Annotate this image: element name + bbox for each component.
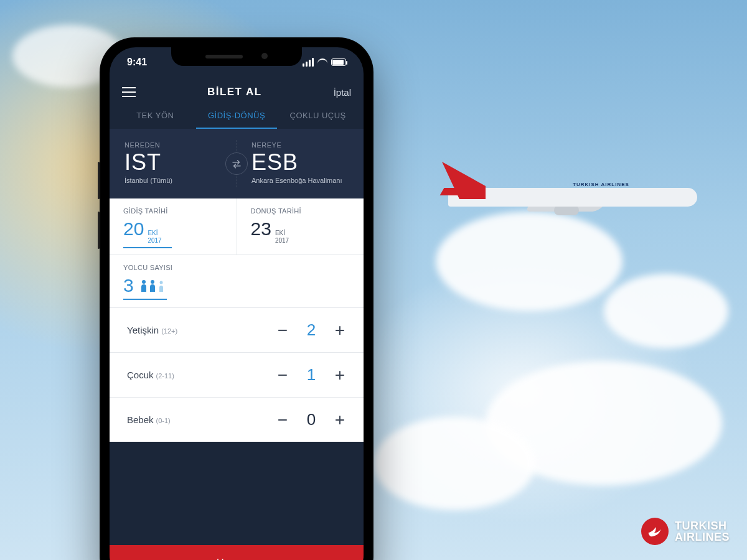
person-icon <box>149 279 156 292</box>
phone-frame: 9:41 BİLET AL İptal TEK YÖN GİDİŞ-DÖNÜŞ … <box>100 37 374 560</box>
origin-city: İstanbul (Tümü) <box>125 176 222 185</box>
pax-age-label: (2-11) <box>156 372 174 380</box>
person-icon <box>157 279 165 292</box>
increment-button[interactable]: + <box>334 366 346 384</box>
status-time: 9:41 <box>127 57 147 68</box>
svg-point-1 <box>151 280 154 284</box>
destination-code: ESB <box>251 151 349 174</box>
passenger-summary[interactable]: YOLCU SAYISI 3 <box>110 254 364 307</box>
pax-age-label: (0-1) <box>156 417 171 424</box>
trip-type-tabs: TEK YÖN GİDİŞ-DÖNÜŞ ÇOKLU UÇUŞ <box>110 105 364 129</box>
destination-city: Ankara Esenboğa Havalimanı <box>251 176 349 185</box>
origin-label: NEREDEN <box>125 141 222 149</box>
svg-point-2 <box>159 281 162 284</box>
decrement-button[interactable]: − <box>276 366 289 384</box>
return-year: 2017 <box>275 237 289 245</box>
date-panel: GİDİŞ TARİHİ 20 EKİ 2017 DÖNÜŞ TARİHİ 23… <box>110 198 364 254</box>
destination-selector[interactable]: NEREYE ESB Ankara Esenboğa Havalimanı <box>237 141 364 185</box>
page-title: BİLET AL <box>207 86 262 98</box>
svg-point-0 <box>142 280 146 284</box>
return-date-selector[interactable]: DÖNÜŞ TARİHİ 23 EKİ 2017 <box>237 198 364 254</box>
pax-age-label: (12+) <box>161 327 177 335</box>
cloud-decoration <box>374 417 535 510</box>
origin-selector[interactable]: NEREDEN IST İstanbul (Tümü) <box>110 141 237 185</box>
passenger-row-adult: Yetişkin(12+) − 2 + <box>110 307 364 352</box>
departure-year: 2017 <box>148 237 161 245</box>
passenger-icons <box>140 279 165 292</box>
origin-code: IST <box>125 151 222 174</box>
search-flights-button[interactable]: Uçuş ara <box>110 545 364 560</box>
pax-count-value: 0 <box>305 410 317 429</box>
app-header: BİLET AL İptal <box>110 77 364 105</box>
departure-day: 20 <box>123 218 144 240</box>
person-icon <box>140 279 148 292</box>
route-panel: NEREDEN IST İstanbul (Tümü) NEREYE ESB A… <box>110 129 364 198</box>
swap-airports-button[interactable] <box>225 152 248 175</box>
passenger-row-infant: Bebek(0-1) − 0 + <box>110 397 364 442</box>
return-month: EKİ <box>275 230 289 237</box>
decrement-button[interactable]: − <box>276 322 289 339</box>
passenger-total: 3 <box>123 275 134 296</box>
pax-count-value: 1 <box>305 365 317 385</box>
hamburger-menu-icon[interactable] <box>122 87 136 97</box>
brand-text-line1: TURKISH <box>675 520 730 531</box>
wifi-icon <box>317 58 327 66</box>
tab-round-trip[interactable]: GİDİŞ-DÖNÜŞ <box>196 105 278 129</box>
passenger-row-child: Çocuk(2-11) − 1 + <box>110 352 364 397</box>
cancel-button[interactable]: İptal <box>334 87 351 98</box>
return-day: 23 <box>251 218 271 240</box>
increment-button[interactable]: + <box>334 411 346 429</box>
brand-text-line2: AIRLINES <box>675 531 730 543</box>
pax-count-value: 2 <box>305 320 317 340</box>
increment-button[interactable]: + <box>334 322 346 339</box>
departure-month: EKİ <box>148 230 161 237</box>
passenger-breakdown: Yetişkin(12+) − 2 + Çocuk(2-11) − 1 + Be… <box>110 307 364 442</box>
return-date-label: DÖNÜŞ TARİHİ <box>251 207 350 215</box>
passenger-label: YOLCU SAYISI <box>123 264 350 271</box>
tab-one-way[interactable]: TEK YÖN <box>115 105 196 129</box>
departure-date-label: GİDİŞ TARİHİ <box>123 207 223 215</box>
destination-label: NEREYE <box>251 141 349 149</box>
signal-icon <box>303 58 314 67</box>
departure-date-selector[interactable]: GİDİŞ TARİHİ 20 EKİ 2017 <box>110 198 237 254</box>
battery-icon <box>331 58 346 66</box>
phone-screen: 9:41 BİLET AL İptal TEK YÖN GİDİŞ-DÖNÜŞ … <box>110 47 364 560</box>
tab-multi-city[interactable]: ÇOKLU UÇUŞ <box>277 105 359 129</box>
pax-type-label: Çocuk <box>127 370 154 380</box>
swap-arrows-icon <box>231 158 242 169</box>
pax-type-label: Bebek <box>127 414 154 425</box>
cloud-decoration <box>604 274 728 348</box>
phone-notch <box>171 47 302 66</box>
airplane-livery-text: TURKISH AIRLINES <box>573 182 629 187</box>
brand-bird-icon <box>641 518 669 545</box>
airplane-illustration: TURKISH AIRLINES <box>436 162 716 230</box>
brand-logo: TURKISH AIRLINES <box>641 518 730 545</box>
decrement-button[interactable]: − <box>276 411 289 429</box>
pax-type-label: Yetişkin <box>127 325 159 335</box>
